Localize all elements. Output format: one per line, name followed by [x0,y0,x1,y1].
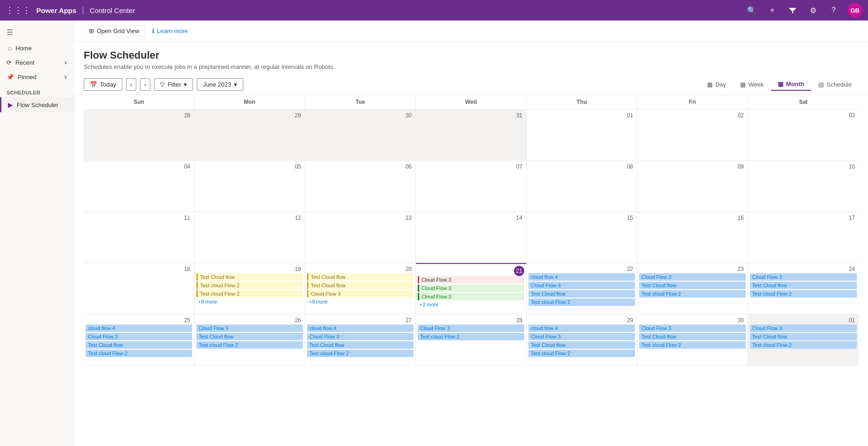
event-w4-d6-e0[interactable]: Cloud Flow 3 [750,324,857,332]
sidebar-item-home[interactable]: ⌂ Home [0,41,74,55]
event-w4-d5-e0[interactable]: Cloud Flow 3 [639,324,746,332]
event-w4-d5-e1[interactable]: Test Cloud flow [639,333,746,340]
page-header-section: Flow Scheduler Schedules enable you to e… [74,42,868,74]
event-w4-d3-e0[interactable]: Cloud Flow 3 [418,324,524,332]
event-w3-d1-e2[interactable]: Test cloud Flow 2 [196,290,303,297]
day-number-w4-d6: 01 [750,316,857,324]
day-number-w0-d2: 30 [307,111,414,120]
sidebar-item-pinned-left: 📌 Pinned [7,74,36,81]
month-tab-icon: ▦ [778,81,783,88]
event-w3-d2-e2[interactable]: Cloud Flow 3 [307,290,414,297]
event-w4-d0-e3[interactable]: Test cloud Flow 2 [86,350,192,357]
event-w4-d6-e2[interactable]: Test cloud Flow 2 [750,341,857,349]
event-w4-d3-e1[interactable]: Test cloud Flow 2 [418,333,524,340]
tab-day[interactable]: ▦ Day [700,78,733,91]
event-w4-d5-e2[interactable]: Test cloud Flow 2 [639,341,746,349]
avatar[interactable]: GB [848,3,862,18]
event-w4-d0-e1[interactable]: Cloud Flow 3 [86,333,192,340]
event-w3-d3-e1[interactable]: Cloud Flow 3 [418,284,524,292]
filter-button[interactable]: ▽ Filter ▾ [154,78,193,91]
grid-icon: ⊞ [89,27,94,34]
next-button[interactable]: › [140,78,150,91]
calendar-cell-w4-d2: 27cloud flow 4Cloud Flow 3Test Cloud flo… [305,314,416,365]
event-w4-d0-e0[interactable]: cloud flow 4 [86,324,192,332]
day-number-w3-d1: 19 [196,265,303,273]
tab-week[interactable]: ▦ Week [733,78,771,91]
week-tab-label: Week [748,81,764,88]
event-w3-d2-e0[interactable]: Test Cloud flow [307,273,414,281]
event-w3-d6-e1[interactable]: Test Cloud flow [750,282,857,289]
event-w4-d2-e3[interactable]: Test cloud Flow 2 [307,350,414,357]
day-number-w2-d5: 16 [639,214,746,222]
calendar-cell-w3-d0: 18 [84,263,194,314]
recent-icon: ⟳ [7,59,12,66]
event-w3-d3-e0[interactable]: Cloud Flow 3 [418,276,524,284]
help-icon[interactable]: ? [827,4,840,17]
tab-schedule[interactable]: ▤ Schedule [811,78,859,91]
event-w3-d6-e0[interactable]: Cloud Flow 3 [750,273,857,281]
add-icon[interactable]: + [766,4,779,17]
open-grid-view-button[interactable]: ⊞ Open Grid View [84,25,145,37]
event-w4-d1-e1[interactable]: Test Cloud flow [196,333,303,340]
event-w4-d2-e0[interactable]: cloud flow 4 [307,324,414,332]
search-icon[interactable]: 🔍 [745,4,758,17]
calendar-cell-w0-d5: 02 [637,109,748,161]
event-w4-d2-e1[interactable]: Cloud Flow 3 [307,333,414,340]
waffle-icon[interactable]: ⋮⋮⋮ [6,5,31,15]
flow-scheduler-icon: ▶ [8,101,13,108]
day-number-w3-d6: 24 [750,265,857,273]
more-link-w3-d3[interactable]: +2 more [418,301,524,308]
event-w4-d1-e2[interactable]: Test cloud Flow 2 [196,341,303,349]
header-sat: Sat [748,95,859,109]
day-number-w0-d4: 01 [528,111,635,120]
event-w3-d4-e0[interactable]: cloud flow 4 [528,273,635,281]
day-number-w2-d3: 14 [418,214,524,222]
event-w4-d4-e1[interactable]: Cloud Flow 3 [528,333,635,340]
event-w3-d4-e2[interactable]: Test Cloud flow [528,290,635,297]
event-w4-d1-e0[interactable]: Cloud Flow 3 [196,324,303,332]
filter-icon[interactable] [786,4,799,17]
sidebar-item-recent-left: ⟳ Recent [7,59,34,66]
day-number-w3-d2: 20 [307,265,414,273]
top-nav: ⋮⋮⋮ Power Apps | Control Center 🔍 + ⚙ ? … [0,0,868,20]
tab-month[interactable]: ▦ Month [771,78,811,91]
collapse-button[interactable]: ☰ [0,24,74,41]
event-w4-d2-e2[interactable]: Test Cloud flow [307,341,414,349]
day-number-w2-d0: 11 [86,214,192,222]
calendar-cell-w4-d1: 26Cloud Flow 3Test Cloud flowTest cloud … [194,314,305,365]
date-picker-button[interactable]: June 2023 ▾ [197,78,243,91]
sidebar-item-recent[interactable]: ⟳ Recent ∨ [0,55,74,70]
day-number-w4-d0: 25 [86,316,192,324]
event-w3-d4-e1[interactable]: Cloud Flow 3 [528,282,635,289]
sidebar-item-pinned[interactable]: 📌 Pinned ∨ [0,70,74,84]
event-w4-d4-e0[interactable]: cloud flow 4 [528,324,635,332]
prev-button[interactable]: ‹ [126,78,136,91]
day-number-w1-d5: 09 [639,162,746,171]
event-w3-d4-e3[interactable]: Test cloud Flow 2 [528,298,635,306]
event-w3-d5-e1[interactable]: Test Cloud flow [639,282,746,289]
calendar-cell-w3-d3: 21Cloud Flow 3Cloud Flow 3Cloud Flow 3+2… [416,263,527,314]
calendar-cell-w1-d3: 07 [416,161,527,212]
settings-icon[interactable]: ⚙ [807,4,820,17]
day-number-w4-d4: 29 [528,316,635,324]
event-w4-d4-e2[interactable]: Test Cloud flow [528,341,635,349]
event-w4-d6-e1[interactable]: Test Cloud flow [750,333,857,340]
event-w3-d2-e1[interactable]: Test Cloud flow [307,282,414,289]
event-w3-d3-e2[interactable]: Cloud Flow 3 [418,293,524,300]
event-w3-d6-e2[interactable]: Test cloud Flow 2 [750,290,857,297]
today-button[interactable]: 📅 Today [84,78,122,91]
event-w3-d1-e1[interactable]: Test cloud Flow 2 [196,282,303,289]
day-number-w2-d1: 12 [196,214,303,222]
schedule-tab-label: Schedule [827,81,852,88]
more-link-w3-d2[interactable]: +9 more [307,298,414,305]
day-number-w3-d0: 18 [86,265,192,273]
event-w3-d1-e0[interactable]: Test Cloud flow [196,273,303,281]
event-w4-d4-e3[interactable]: Test cloud Flow 2 [528,350,635,357]
calendar-cell-w2-d6: 17 [748,212,859,263]
sidebar-item-flow-scheduler[interactable]: ▶ Flow Scheduler [0,97,74,112]
event-w3-d5-e0[interactable]: Cloud Flow 3 [639,273,746,281]
more-link-w3-d1[interactable]: +9 more [196,298,303,305]
event-w4-d0-e2[interactable]: Test Cloud flow [86,341,192,349]
event-w3-d5-e2[interactable]: Test cloud Flow 2 [639,290,746,297]
learn-more-link[interactable]: ℹ Learn more [152,27,188,34]
